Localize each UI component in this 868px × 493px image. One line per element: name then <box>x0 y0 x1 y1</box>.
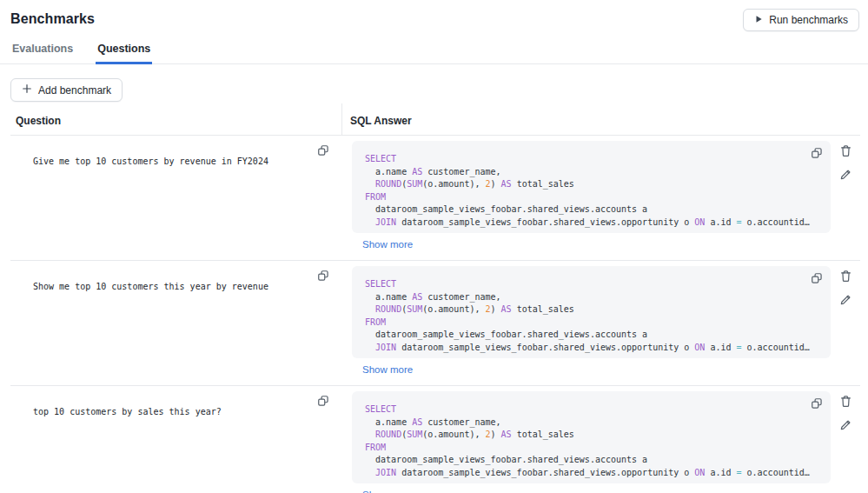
show-more-link[interactable]: Show more <box>362 364 413 375</box>
question-cell: Show me top 10 customers this year by re… <box>10 261 341 376</box>
copy-question-button[interactable] <box>315 268 331 283</box>
benchmarks-table: Question SQL Answer Give me top 10 custo… <box>10 103 860 493</box>
trash-icon <box>839 397 852 410</box>
table-body: Give me top 10 customers by revenue in F… <box>10 136 860 493</box>
plus-icon <box>22 83 32 97</box>
play-icon <box>754 14 763 26</box>
pencil-icon <box>839 296 852 309</box>
show-more-link[interactable]: Show more <box>362 490 413 493</box>
copy-question-button[interactable] <box>315 393 331 409</box>
question-text: Give me top 10 customers by revenue in F… <box>33 157 303 166</box>
edit-benchmark-button[interactable] <box>838 291 854 308</box>
sql-code: SELECT a.name AS customer_name, ROUND(SU… <box>365 153 818 229</box>
pencil-icon <box>839 421 852 434</box>
sql-answer-cell: SELECT a.name AS customer_name, ROUND(SU… <box>341 261 831 376</box>
question-text: Show me top 10 customers this year by re… <box>33 282 303 291</box>
sql-answer-block: SELECT a.name AS customer_name, ROUND(SU… <box>352 266 831 358</box>
delete-benchmark-button[interactable] <box>838 393 854 410</box>
trash-icon <box>839 147 852 160</box>
add-benchmark-button[interactable]: Add benchmark <box>10 78 123 102</box>
question-cell: top 10 customers by sales this year? <box>10 386 341 493</box>
copy-question-button[interactable] <box>315 143 331 158</box>
row-actions <box>831 261 860 376</box>
sql-answer-block: SELECT a.name AS customer_name, ROUND(SU… <box>352 391 831 483</box>
benchmarks-page: Benchmarks Run benchmarks Evaluations Qu… <box>0 0 868 493</box>
show-more-link[interactable]: Show more <box>362 239 413 250</box>
table-row: Give me top 10 customers by revenue in F… <box>10 136 860 261</box>
copy-sql-button[interactable] <box>809 270 825 286</box>
run-benchmarks-label: Run benchmarks <box>769 14 848 26</box>
table-row: Show me top 10 customers this year by re… <box>10 261 860 386</box>
sql-code: SELECT a.name AS customer_name, ROUND(SU… <box>365 278 818 354</box>
add-benchmark-label: Add benchmark <box>38 84 111 97</box>
column-header-question: Question <box>10 103 341 135</box>
sql-code: SELECT a.name AS customer_name, ROUND(SU… <box>365 403 818 479</box>
table-header: Question SQL Answer <box>10 103 860 136</box>
row-actions <box>831 386 860 493</box>
copy-icon <box>811 399 823 412</box>
sql-answer-cell: SELECT a.name AS customer_name, ROUND(SU… <box>341 386 831 493</box>
delete-benchmark-button[interactable] <box>838 268 854 284</box>
column-header-sql-answer: SQL Answer <box>341 103 831 135</box>
copy-icon <box>317 396 329 410</box>
question-text: top 10 customers by sales this year? <box>33 407 303 416</box>
tab-questions[interactable]: Questions <box>96 39 152 64</box>
edit-benchmark-button[interactable] <box>838 416 854 433</box>
edit-benchmark-button[interactable] <box>838 166 854 183</box>
page-header: Benchmarks Run benchmarks <box>0 0 868 31</box>
question-cell: Give me top 10 customers by revenue in F… <box>10 136 341 251</box>
row-actions <box>831 136 860 251</box>
copy-sql-button[interactable] <box>809 396 825 411</box>
copy-icon <box>811 149 823 162</box>
tab-evaluations[interactable]: Evaluations <box>10 39 75 64</box>
copy-icon <box>317 146 329 159</box>
copy-sql-button[interactable] <box>809 145 825 161</box>
delete-benchmark-button[interactable] <box>838 143 854 159</box>
sql-answer-block: SELECT a.name AS customer_name, ROUND(SU… <box>352 141 831 233</box>
toolbar: Add benchmark <box>10 78 858 102</box>
trash-icon <box>839 272 852 285</box>
sql-answer-cell: SELECT a.name AS customer_name, ROUND(SU… <box>341 136 831 251</box>
page-title: Benchmarks <box>10 11 95 27</box>
copy-icon <box>811 274 823 287</box>
tab-bar: Evaluations Questions <box>0 39 868 64</box>
column-header-actions <box>831 103 860 135</box>
pencil-icon <box>839 170 852 183</box>
run-benchmarks-button[interactable]: Run benchmarks <box>743 9 859 31</box>
copy-icon <box>317 271 329 284</box>
table-row: top 10 customers by sales this year? <box>10 386 860 493</box>
